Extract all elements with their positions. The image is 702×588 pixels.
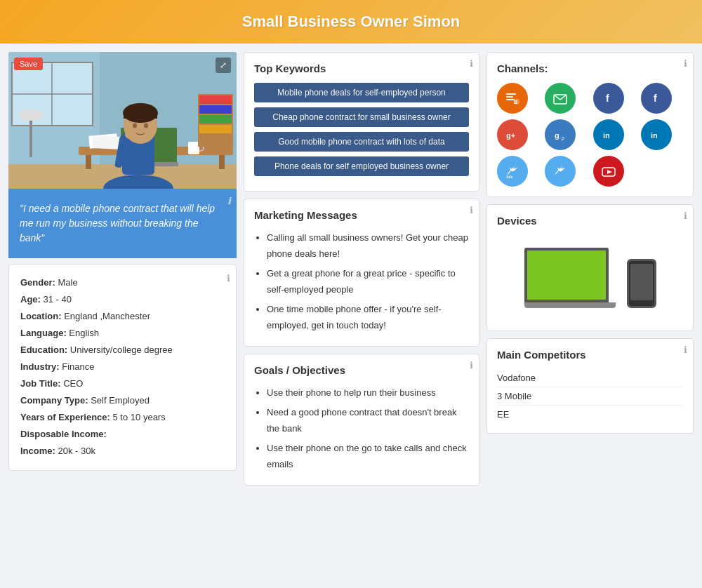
channels-card: ℹ Channels: B f f g+ <box>486 52 694 197</box>
education-row: Education: University/college degree <box>20 342 225 359</box>
mobile-phone-device <box>627 259 656 308</box>
goals-list: Use their phone to help run their busine… <box>254 385 469 472</box>
devices-card: ℹ Devices <box>486 204 694 331</box>
svg-text:B: B <box>514 100 517 105</box>
info-icon-marketing[interactable]: ℹ <box>470 205 473 215</box>
income-row: Income: 20k - 30k <box>20 443 225 460</box>
info-icon-devices[interactable]: ℹ <box>684 211 687 221</box>
keyword-btn-3[interactable]: Good mobile phone contract with lots of … <box>254 132 469 152</box>
phone-screen <box>630 264 653 300</box>
laptop-screen <box>524 248 609 302</box>
svg-text:f: f <box>654 93 657 104</box>
svg-rect-12 <box>93 135 121 149</box>
svg-rect-19 <box>124 112 157 119</box>
keyword-btn-2[interactable]: Cheap phone contract for small business … <box>254 107 469 127</box>
svg-marker-45 <box>607 170 612 174</box>
marketing-card: ℹ Marketing Messages Calling all small b… <box>244 199 479 347</box>
job-title-row: Job Title: CEO <box>20 375 225 392</box>
svg-point-21 <box>144 123 148 128</box>
linkedin-ads-icon[interactable]: in <box>641 119 672 150</box>
email-icon[interactable] <box>545 83 576 114</box>
info-icon-profile[interactable]: ℹ <box>227 270 230 287</box>
competitor-item-3: EE <box>497 406 683 423</box>
blog-icon[interactable]: B <box>497 83 528 114</box>
marketing-item-1: Calling all small business owners! Get y… <box>267 229 469 262</box>
twitter-icon[interactable] <box>545 156 576 187</box>
linkedin-icon[interactable]: in <box>593 119 624 150</box>
marketing-item-2: Get a great phone for a great price - sp… <box>267 265 469 298</box>
facebook-icon[interactable]: f <box>593 83 624 114</box>
goals-card: ℹ Goals / Objectives Use their phone to … <box>244 354 479 486</box>
keywords-title: Top Keywords <box>254 62 469 74</box>
keyword-btn-4[interactable]: Phone deals for self employed business o… <box>254 156 469 176</box>
quote-box: ℹ "I need a mobile phone contract that w… <box>8 189 237 258</box>
youtube-icon[interactable] <box>593 156 624 187</box>
laptop-device <box>524 248 616 308</box>
save-button[interactable]: Save <box>14 58 43 70</box>
industry-row: Industry: Finance <box>20 359 225 375</box>
goals-item-3: Use their phone on the go to take calls … <box>267 440 469 473</box>
info-icon-keywords[interactable]: ℹ <box>470 58 473 69</box>
svg-text:g+: g+ <box>506 131 515 140</box>
channels-title: Channels: <box>497 62 683 74</box>
svg-point-29 <box>18 109 44 121</box>
keywords-card: ℹ Top Keywords Mobile phone deals for se… <box>244 52 479 192</box>
goals-title: Goals / Objectives <box>254 364 469 376</box>
right-column: ℹ Channels: B f f g+ <box>486 52 694 434</box>
competitor-item-1: Vodafone <box>497 369 683 387</box>
goals-item-2: Need a good phone contract that doesn't … <box>267 404 469 437</box>
google-plus-icon[interactable]: g+ <box>497 119 528 150</box>
devices-title: Devices <box>497 215 683 227</box>
svg-rect-26 <box>199 115 232 123</box>
devices-area <box>497 235 683 321</box>
profile-box: ℹ Gender: Male Age: 31 - 40 Location: En… <box>8 264 237 471</box>
marketing-title: Marketing Messages <box>254 209 469 221</box>
svg-text:Ads: Ads <box>506 175 513 179</box>
experience-row: Years of Experience: 5 to 10 years <box>20 409 225 426</box>
svg-rect-27 <box>199 125 232 133</box>
page-title: Small Business Owner Simon <box>13 13 689 31</box>
svg-rect-28 <box>29 115 32 157</box>
twitter-ads-icon[interactable]: Ads <box>497 156 528 187</box>
disposable-income-row: Disposable Income: <box>20 426 225 443</box>
left-column: Save ⤢ ℹ "I need a mobile phone contract… <box>8 52 237 471</box>
svg-text:f: f <box>606 93 609 104</box>
svg-point-20 <box>133 123 137 128</box>
gender-row: Gender: Male <box>20 274 225 291</box>
page-header: Small Business Owner Simon <box>0 0 702 44</box>
facebook-ads-icon[interactable]: f <box>641 83 672 114</box>
svg-rect-30 <box>506 93 516 95</box>
competitors-list: Vodafone 3 Mobile EE <box>497 369 683 423</box>
marketing-item-3: One time mobile phone offer - if you're … <box>267 301 469 334</box>
google-ads-icon[interactable]: gp <box>545 119 576 150</box>
svg-rect-24 <box>199 95 232 104</box>
svg-rect-25 <box>199 105 232 114</box>
svg-rect-8 <box>219 155 225 169</box>
svg-text:in: in <box>651 131 658 140</box>
language-row: Language: English <box>20 325 225 342</box>
svg-rect-7 <box>86 155 91 169</box>
keyword-btn-1[interactable]: Mobile phone deals for self-employed per… <box>254 83 469 102</box>
persona-quote: "I need a mobile phone contract that wil… <box>20 203 215 243</box>
goals-item-1: Use their phone to help run their busine… <box>267 385 469 401</box>
info-icon-channels[interactable]: ℹ <box>684 58 687 69</box>
info-icon[interactable]: ℹ <box>227 194 231 208</box>
competitors-card: ℹ Main Competitors Vodafone 3 Mobile EE <box>486 338 694 434</box>
expand-icon[interactable]: ⤢ <box>216 58 231 73</box>
location-row: Location: England ,Manchester <box>20 308 225 325</box>
marketing-list: Calling all small business owners! Get y… <box>254 229 469 333</box>
competitor-item-2: 3 Mobile <box>497 387 683 406</box>
persona-illustration <box>8 52 237 189</box>
info-icon-competitors[interactable]: ℹ <box>684 345 687 355</box>
competitors-title: Main Competitors <box>497 349 683 361</box>
persona-image: Save ⤢ <box>8 52 237 189</box>
company-type-row: Company Type: Self Employed <box>20 392 225 409</box>
svg-point-22 <box>125 131 135 139</box>
channels-grid: B f f g+ gp in <box>497 83 683 187</box>
svg-text:p: p <box>562 135 564 141</box>
svg-text:g: g <box>555 131 559 140</box>
svg-text:in: in <box>603 131 610 140</box>
middle-column: ℹ Top Keywords Mobile phone deals for se… <box>244 52 479 486</box>
info-icon-goals[interactable]: ℹ <box>470 360 473 370</box>
laptop-base <box>524 302 616 308</box>
